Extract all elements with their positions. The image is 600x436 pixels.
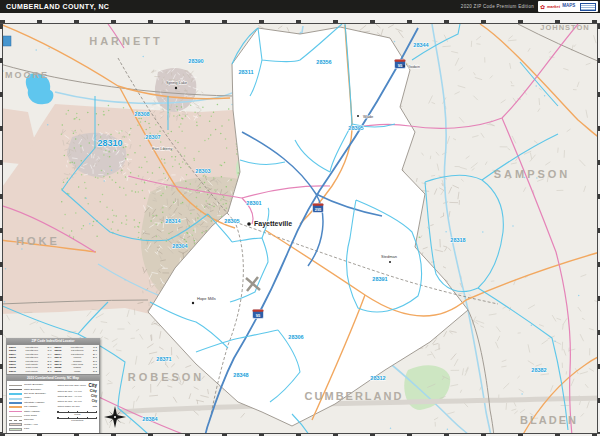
zip-label-28307: 28307 [145,134,160,140]
index-grid: B-3 [48,370,52,373]
zip-label-28356: 28356 [316,59,331,65]
legend-sample [9,389,22,390]
index-name: Wade [74,370,80,373]
index-grid: D-2 [93,370,97,373]
city-label-wade: Wade [363,114,374,119]
city-class-sample: City [92,399,97,403]
legend-items: County BoundaryState BoundaryZIP Code Bo… [9,383,54,431]
legend-label: Park [24,427,29,431]
city-class-sample: City [91,394,97,398]
legend-sample [9,411,22,412]
legend-sample [9,423,22,426]
scale-tick [58,417,67,418]
scale-tick [77,417,86,418]
city-class-sample: City [90,389,97,393]
shield-number: 295 [315,207,322,212]
scale-tick [77,411,86,412]
zip-label-28384: 28384 [142,416,158,422]
county-label-harnett: HARNETT [89,35,163,47]
index-name: Fort Liberty [25,370,38,373]
county-label-hoke: HOKE [16,235,60,247]
city-dot [357,115,359,117]
city-dot [247,222,251,226]
map-poster: CUMBERLAND COUNTY, NC 2020 ZIP Code Prem… [0,0,600,436]
legend-sample [9,385,22,386]
legend-sample [9,402,22,404]
zip-label-28348: 28348 [233,372,248,378]
scale-tick [87,411,96,412]
county-label-moore: MOORE [5,70,49,80]
city-class-sample: City [92,405,97,408]
city-class-label: Cities Under 10,000 [57,405,79,408]
scale-tick [87,417,96,418]
legend-sample [9,393,22,395]
city-label-spring-lake: Spring Lake [166,80,188,85]
zip-label-28312: 28312 [370,375,385,381]
scale-label: Kilometers [57,419,97,422]
city-dot [403,65,405,67]
scale-tick [68,417,77,418]
city-class-label: Cities 50,000 - 99,999 [57,390,81,393]
legend-sample [9,406,22,408]
legend-city-classes: Cities 100,000 and AboveCityCities 50,00… [57,383,97,431]
city-class-label: Cities 25,000 - 49,999 [57,395,81,398]
legend-sample [9,420,22,421]
legend-sample [9,428,22,431]
legend-sample [9,398,22,400]
logo-address-block [580,3,596,11]
zip-label-28390: 28390 [188,58,203,64]
zip-label-28308: 28308 [134,111,149,117]
city-label-fort-liberty: Fort Liberty [152,146,172,151]
scale-tick [58,411,67,412]
scale-label: Miles [57,413,97,416]
legend-city-class: Cities Under 10,000City [57,404,97,409]
zip-label-28314: 28314 [165,218,181,224]
scale-tick [68,411,77,412]
legend-item: Park [9,427,54,431]
index-column: 28301FayettevilleD-428303FayettevilleC-3… [9,346,52,373]
zip-label-28344: 28344 [413,42,429,48]
city-class-label: Cities 100,000 and Above [57,384,86,387]
zip-label-28391: 28391 [372,276,387,282]
city-class-sample: City [88,383,97,388]
index-row: 28310Fort LibertyB-3 [9,370,52,373]
county-label-bladen: BLADEN [520,414,578,426]
zip-label-28304: 28304 [172,243,188,249]
title-bar: CUMBERLAND COUNTY, NC 2020 ZIP Code Prem… [0,0,600,13]
scale-bar: Miles [57,411,97,416]
county-label-sampson: SAMPSON [494,168,571,180]
index-column: 28311FayettevilleC-228312FayettevilleE-5… [55,346,98,373]
shield-number: 95 [398,63,403,68]
zip-label-28310: 28310 [97,138,122,148]
shield-number: 95 [256,313,261,318]
city-label-stedman: Stedman [381,254,397,259]
city-label-hope-mills: Hope Mills [197,296,216,301]
legend-body: County BoundaryState BoundaryZIP Code Bo… [6,381,100,435]
zip-label-28306: 28306 [288,334,303,340]
logo-market-text: market [547,5,560,9]
logo-maps-text: MAPS [562,4,575,9]
zip-label-28305: 28305 [224,218,239,224]
index-row: 28395WadeD-2 [55,370,98,373]
index-zip: 28395 [55,370,62,373]
publisher-logo: ✿ market MAPS [538,1,598,12]
zip-label-28382: 28382 [531,367,546,373]
ruler-top [0,13,600,24]
edition-label: 2020 ZIP Code Premium Edition [461,4,534,9]
zip-label-28395: 28395 [348,125,363,131]
county-label-johnston: JOHNSTON [540,24,590,32]
city-dot [389,261,391,263]
scale-bar: Kilometers [57,417,97,422]
index-zip: 28310 [9,370,16,373]
county-label-cumberland: CUMBERLAND [305,390,404,402]
inset-marker [3,36,11,46]
zip-label-28371: 28371 [156,356,171,362]
zip-label-28318: 28318 [450,237,465,243]
zip-label-28311: 28311 [239,69,254,75]
interstate-shield-95: 95 [395,60,406,69]
ruler-left [0,24,3,433]
county-label-robeson: ROBESON [128,371,205,383]
city-label-fayetteville: Fayetteville [254,220,292,228]
zip-label-28303: 28303 [195,168,210,174]
legend-sample [9,416,22,417]
